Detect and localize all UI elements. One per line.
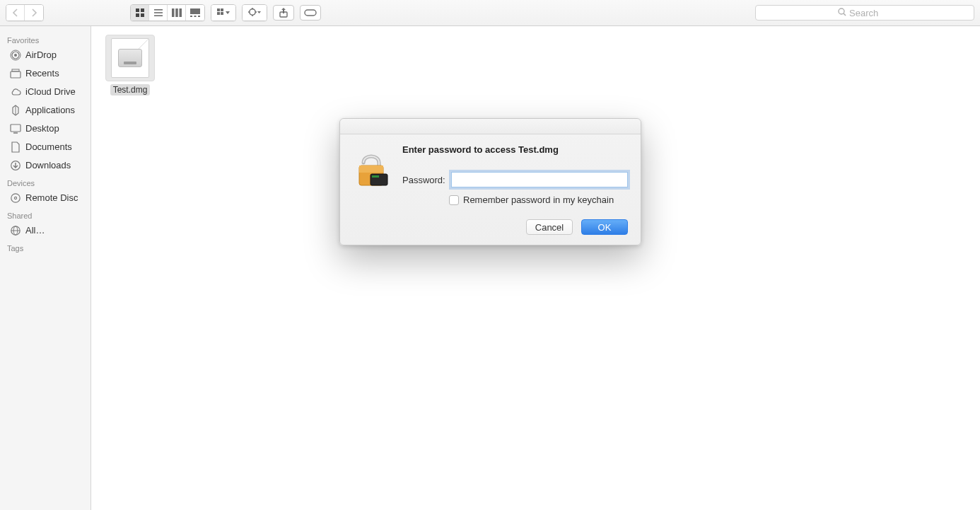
dialog-heading: Enter password to access Test.dmg: [402, 144, 628, 155]
remember-checkbox[interactable]: [449, 195, 459, 205]
sidebar-item-recents[interactable]: Recents: [0, 64, 91, 83]
svg-rect-31: [12, 69, 19, 71]
svg-rect-14: [217, 8, 220, 11]
sidebar-item-label: Remote Disc: [25, 191, 78, 205]
svg-rect-17: [221, 12, 223, 15]
icon-view-button[interactable]: [131, 5, 149, 21]
svg-rect-15: [221, 8, 223, 11]
toolbar: [0, 0, 980, 26]
disc-icon: [10, 192, 21, 204]
svg-rect-2: [136, 13, 139, 17]
search-input[interactable]: [849, 8, 892, 18]
sidebar: Favorites AirDrop Recents iCloud Drive A…: [0, 26, 91, 510]
sidebar-item-label: Downloads: [25, 158, 71, 173]
svg-rect-33: [11, 124, 21, 132]
svg-rect-6: [154, 15, 163, 16]
password-input[interactable]: [451, 172, 628, 187]
search-field-wrap: [755, 5, 974, 21]
svg-point-18: [250, 9, 255, 15]
svg-rect-11: [190, 16, 192, 17]
documents-icon: [10, 141, 21, 153]
applications-icon: [10, 105, 21, 116]
content-area: Test.dmg: [91, 26, 980, 510]
svg-rect-12: [194, 16, 197, 17]
sidebar-section-shared: Shared: [0, 207, 91, 221]
cancel-button[interactable]: Cancel: [526, 219, 573, 235]
svg-rect-4: [154, 9, 163, 11]
gallery-view-button[interactable]: [186, 5, 204, 21]
sidebar-item-downloads[interactable]: Downloads: [0, 156, 91, 175]
svg-rect-42: [359, 166, 383, 173]
sidebar-section-devices: Devices: [0, 175, 91, 189]
sidebar-item-label: All…: [25, 224, 45, 238]
sidebar-item-label: AirDrop: [25, 48, 57, 62]
dialog-titlebar: [340, 119, 641, 134]
svg-rect-10: [190, 8, 200, 14]
svg-rect-3: [141, 13, 144, 17]
svg-line-26: [844, 13, 846, 16]
sidebar-section-tags: Tags: [0, 240, 91, 254]
svg-point-27: [14, 54, 17, 57]
svg-rect-1: [141, 8, 144, 12]
list-view-button[interactable]: [149, 5, 168, 21]
nav-history-group: [6, 4, 44, 21]
svg-rect-16: [217, 12, 220, 15]
sidebar-item-label: Desktop: [25, 122, 59, 136]
file-name-label: Test.dmg: [110, 84, 151, 95]
svg-rect-24: [305, 10, 316, 16]
desktop-icon: [10, 123, 21, 134]
network-icon: [10, 225, 21, 236]
sidebar-item-desktop[interactable]: Desktop: [0, 120, 91, 138]
password-dialog: Enter password to access Test.dmg Passwo…: [339, 118, 641, 245]
sidebar-item-remote-disc[interactable]: Remote Disc: [0, 189, 91, 207]
cloud-icon: [10, 86, 21, 98]
file-icon: [105, 35, 155, 81]
svg-rect-13: [198, 16, 200, 17]
sidebar-item-documents[interactable]: Documents: [0, 138, 91, 156]
sidebar-item-label: Applications: [25, 103, 75, 117]
tags-button[interactable]: [300, 5, 321, 21]
ok-button[interactable]: OK: [581, 219, 628, 235]
svg-rect-9: [179, 8, 182, 17]
svg-point-25: [839, 8, 844, 14]
svg-rect-7: [172, 8, 175, 17]
forward-button[interactable]: [25, 5, 43, 21]
svg-rect-5: [154, 12, 163, 13]
svg-rect-8: [175, 8, 178, 17]
sidebar-item-label: iCloud Drive: [25, 85, 76, 99]
sidebar-item-all-shared[interactable]: All…: [0, 221, 91, 240]
svg-point-37: [14, 197, 16, 199]
sidebar-item-airdrop[interactable]: AirDrop: [0, 46, 91, 64]
column-view-button[interactable]: [168, 5, 186, 21]
share-button[interactable]: [273, 5, 294, 21]
sidebar-item-icloud[interactable]: iCloud Drive: [0, 83, 91, 101]
search-icon: [838, 8, 846, 18]
lock-icon: [353, 144, 390, 216]
sidebar-item-applications[interactable]: Applications: [0, 101, 91, 120]
sidebar-item-label: Documents: [25, 140, 72, 154]
sidebar-section-favorites: Favorites: [0, 32, 91, 46]
sidebar-item-label: Recents: [25, 66, 59, 81]
dmg-icon: [118, 49, 142, 67]
airdrop-icon: [10, 50, 21, 61]
password-label: Password:: [402, 175, 445, 185]
view-mode-group: [130, 4, 205, 21]
remember-label: Remember password in my keychain: [463, 195, 614, 205]
svg-rect-44: [372, 175, 379, 178]
downloads-icon: [10, 160, 21, 171]
back-button[interactable]: [6, 5, 25, 21]
file-item[interactable]: Test.dmg: [105, 35, 155, 95]
svg-rect-0: [136, 8, 139, 12]
action-dropdown[interactable]: [242, 4, 267, 21]
group-by-dropdown[interactable]: [211, 4, 236, 21]
svg-point-36: [11, 194, 20, 202]
recents-icon: [10, 68, 21, 79]
svg-rect-30: [11, 71, 21, 78]
